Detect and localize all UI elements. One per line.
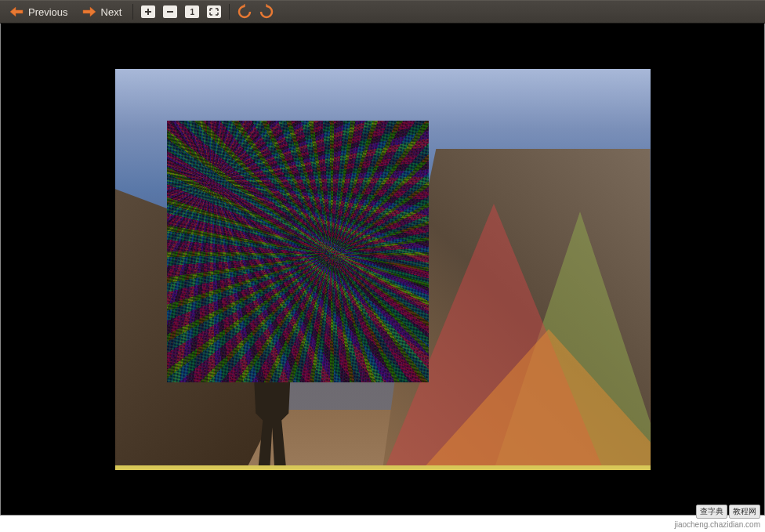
arrow-left-icon	[9, 6, 24, 17]
displayed-image	[115, 69, 651, 470]
image-container	[115, 69, 651, 470]
watermark-url: jiaocheng.chazidian.com	[674, 520, 760, 529]
separator	[132, 4, 133, 20]
nav-group: Previous Next	[3, 4, 128, 20]
toolbar: Previous Next 1	[0, 0, 765, 24]
rotate-right-button[interactable]	[256, 2, 277, 21]
noise-overlay	[167, 121, 429, 382]
rotate-right-icon	[259, 4, 274, 20]
zoom-fit-button[interactable]	[204, 2, 224, 21]
arrow-right-icon	[82, 6, 96, 17]
watermark: 查字典 教程网 jiaocheng.chazidian.com	[674, 505, 760, 529]
next-label: Next	[101, 6, 122, 18]
zoom-group: 1	[138, 2, 224, 21]
zoom-out-button[interactable]	[160, 2, 180, 21]
previous-label: Previous	[28, 6, 68, 18]
zoom-fit-icon	[207, 5, 221, 18]
zoom-in-icon	[141, 5, 155, 18]
rotate-left-button[interactable]	[234, 2, 255, 21]
zoom-in-button[interactable]	[138, 2, 158, 21]
previous-button[interactable]: Previous	[3, 4, 74, 20]
image-bottom-bar	[115, 465, 651, 470]
zoom-normal-icon: 1	[185, 5, 199, 18]
rotate-group	[234, 2, 277, 21]
watermark-badges: 查字典 教程网	[696, 505, 760, 519]
viewer-area[interactable]	[0, 24, 765, 516]
zoom-out-icon	[163, 5, 177, 18]
separator	[229, 4, 230, 20]
watermark-badge-1: 查字典	[696, 505, 727, 519]
next-button[interactable]: Next	[76, 4, 129, 20]
triangle-overlay-orange	[408, 329, 651, 470]
zoom-normal-button[interactable]: 1	[182, 2, 202, 21]
watermark-badge-2: 教程网	[729, 505, 760, 519]
rotate-left-icon	[237, 4, 252, 20]
